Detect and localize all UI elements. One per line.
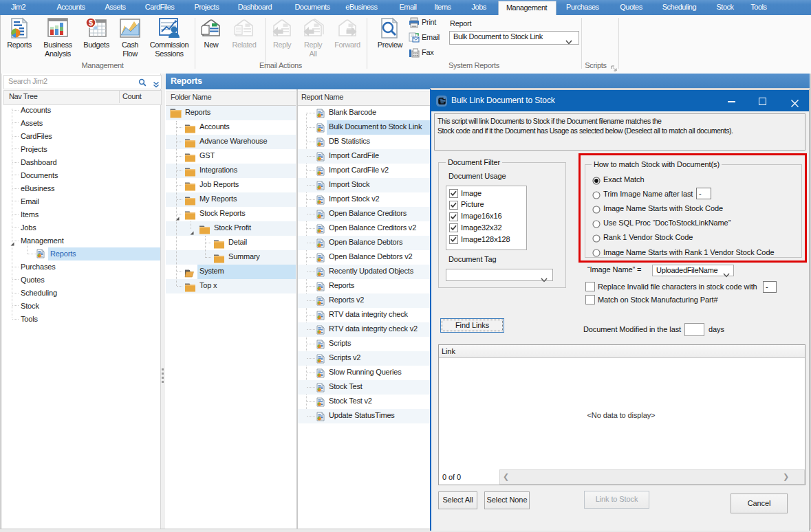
svg-text:$: $ bbox=[89, 19, 93, 27]
